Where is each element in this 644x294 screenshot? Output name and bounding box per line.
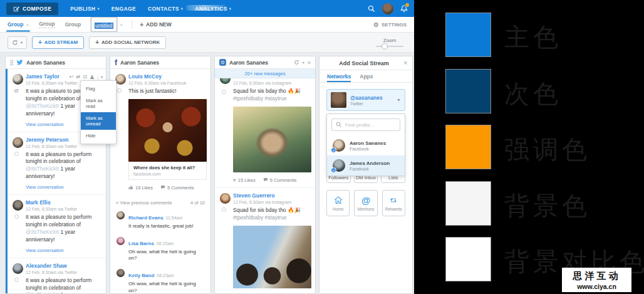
instagram-posts: 12 Feb, 6:30am via Instagram Squad for s… — [215, 78, 315, 293]
profile-option[interactable]: ✓ Aaron Sananes Facebook — [327, 135, 405, 155]
retweets-stream-button[interactable]: Retweets — [382, 190, 405, 216]
comments-count[interactable]: 5 Comments — [263, 177, 297, 183]
drag-handle-icon[interactable] — [10, 60, 13, 66]
close-stream-icon[interactable]: × — [308, 60, 311, 66]
post-text: Squad for sis bday tho 🔥🎉#tpeshitbaby #s… — [233, 88, 310, 103]
swatch-label-primary: 主色 — [504, 20, 562, 55]
comment-author[interactable]: Richard Evans — [128, 215, 164, 221]
user-avatar[interactable] — [382, 3, 393, 14]
unread-indicator[interactable] — [14, 152, 19, 156]
add-social-network-button[interactable]: +ADD SOCIAL NETWORK — [89, 36, 166, 49]
comment[interactable]: Lisa Barns06:23am Oh wow, what the hell … — [110, 233, 210, 266]
likes-count[interactable]: ♥15 Likes — [233, 177, 256, 183]
menu-item-mark-read[interactable]: Mark as read — [81, 95, 116, 112]
tab-rename-input[interactable]: untitled — [91, 17, 117, 32]
heart-icon: ♥ — [233, 177, 236, 183]
post-image[interactable] — [128, 99, 207, 162]
stream-header-twitter[interactable]: Aaron Sananes — [6, 56, 106, 69]
avatar — [220, 78, 231, 84]
mention-link[interactable]: @ItsTheKickIt — [26, 103, 59, 109]
post-author[interactable]: Steven Guerrero — [233, 192, 310, 199]
avatar: ✓ — [333, 139, 345, 152]
mentions-stream-button[interactable]: @ Mentions — [354, 190, 377, 216]
tweet-post[interactable]: Mark Ellis 12 Feb, 6:30am via Twitter It… — [8, 195, 106, 258]
refresh-icon[interactable] — [294, 60, 299, 65]
tab-group-2[interactable]: Group — [39, 17, 55, 32]
find-profile-input[interactable] — [345, 122, 396, 128]
menu-item-flag[interactable]: Flag — [81, 83, 116, 95]
reply-icon[interactable]: ↩ — [70, 74, 74, 80]
menu-item-hide[interactable]: Hide — [81, 130, 116, 142]
view-conversation-link[interactable]: View conversation — [26, 248, 101, 253]
comment[interactable]: Richard Evans11:54am It really is fantas… — [110, 207, 210, 233]
refresh-streams-button[interactable]: ▾ — [8, 36, 27, 49]
post-image[interactable] — [233, 226, 311, 288]
instagram-post[interactable]: 12 Feb, 6:30am via Instagram Squad for s… — [215, 78, 315, 188]
view-previous-comments-link[interactable]: « View previous comments — [116, 200, 172, 206]
post-author[interactable]: Alexander Shaw — [26, 263, 101, 269]
zoom-slider-handle[interactable] — [382, 43, 388, 50]
post-author[interactable]: Louis McCoy — [128, 73, 205, 80]
tab-rename-field[interactable]: untitled × — [91, 17, 123, 32]
close-panel-icon[interactable]: × — [403, 60, 407, 66]
mention-link[interactable]: @ItsTheKickIt — [26, 229, 59, 235]
unread-indicator[interactable] — [117, 88, 122, 93]
facebook-post[interactable]: Louis McCoy 12 Feb, 6:30am via Facebook … — [110, 69, 210, 195]
nav-item-engage[interactable]: ENGAGE — [112, 6, 136, 12]
likes-count[interactable]: 15 Likes — [128, 185, 153, 191]
post-meta: 12 Feb, 6:30am via Twitter — [26, 144, 101, 149]
tweet-post[interactable]: Alexander Shaw 12 Feb, 6:30am via Twitte… — [8, 258, 106, 293]
home-stream-button[interactable]: Home — [326, 190, 350, 216]
tab-group-3[interactable]: Group — [65, 17, 81, 32]
retweet-icon[interactable]: ⇄ — [76, 74, 81, 80]
menu-item-mark-unread[interactable]: Mark as unread — [81, 112, 116, 130]
profile-icon[interactable] — [90, 75, 95, 80]
mention-link[interactable]: @ItsTheKickIt — [26, 165, 59, 172]
post-author[interactable]: Mark Ellis — [26, 199, 101, 206]
more-actions-chevron[interactable]: ▾ — [101, 75, 103, 79]
comment-author[interactable]: Kelly Band — [128, 273, 154, 278]
unread-indicator[interactable] — [14, 278, 19, 282]
plus-icon: + — [38, 39, 42, 46]
hashtags[interactable]: #tpeshitbaby #staytrue — [233, 95, 287, 102]
comments-count[interactable]: 5 Comments — [160, 185, 194, 191]
view-conversation-link[interactable]: View conversation — [26, 184, 101, 190]
unread-indicator[interactable] — [14, 214, 19, 219]
unread-indicator[interactable] — [222, 90, 226, 94]
tab-apps[interactable]: Apps — [360, 73, 373, 82]
nav-item-publish[interactable]: PUBLISH▾ — [70, 6, 100, 12]
stream-header-instagram[interactable]: Aaron Sananes ▾ × — [215, 56, 315, 69]
stream-header-facebook[interactable]: f Aaron Sananes — [110, 56, 210, 69]
chevron-down-icon[interactable]: ▾ — [303, 60, 304, 65]
profile-search[interactable] — [331, 118, 400, 131]
tweet-actions: ↩ ⇄ ⊡ | ▾ — [70, 74, 103, 80]
link-card[interactable]: Where does she keep it all? facebook.com — [128, 162, 207, 180]
instagram-post[interactable]: Steven Guerrero 12 Feb, 6:30am via Insta… — [215, 188, 315, 293]
divider — [132, 20, 132, 29]
nav-item-contacts[interactable]: CONTACTS▾ — [148, 6, 183, 12]
close-tab-icon[interactable]: × — [120, 22, 123, 28]
profile-option[interactable]: ✓ James Anderson Facebook — [327, 155, 405, 176]
tab-networks[interactable]: Networks — [327, 73, 351, 82]
assign-icon[interactable]: ⊡ — [83, 74, 87, 80]
zoom-slider[interactable] — [376, 46, 403, 47]
compose-button[interactable]: COMPOSE — [6, 3, 58, 15]
panel-body: @aasananes Twitter ▼ ✓ A — [319, 83, 412, 223]
settings-button[interactable]: ⚙SETTINGS — [373, 17, 407, 32]
new-messages-banner[interactable]: 20+ new messages — [215, 69, 315, 78]
tab-group-1[interactable]: Group× — [8, 17, 29, 32]
post-image[interactable] — [233, 107, 311, 172]
add-new-tab-button[interactable]: +ADD NEW — [140, 17, 171, 32]
close-tab-icon[interactable]: × — [26, 22, 29, 28]
search-icon[interactable] — [368, 5, 375, 13]
comment[interactable]: Kelly Band06:23am Oh wow, what the hell … — [110, 265, 210, 293]
profile-selector[interactable]: @aasananes Twitter ▼ — [326, 89, 405, 111]
add-stream-button[interactable]: +ADD STREAM — [32, 36, 84, 49]
notifications-bell[interactable] — [400, 4, 408, 13]
mention-link[interactable]: @ItsTheKickIt — [26, 291, 59, 293]
profile-option-network: Facebook — [350, 147, 386, 151]
comment-author[interactable]: Lisa Barns — [128, 241, 154, 246]
tab-bar: Group× Group Group untitled × +ADD NEW ⚙… — [0, 17, 414, 33]
unread-indicator[interactable] — [222, 207, 226, 212]
hashtags[interactable]: #tpeshitbaby #staytrue — [233, 214, 287, 221]
